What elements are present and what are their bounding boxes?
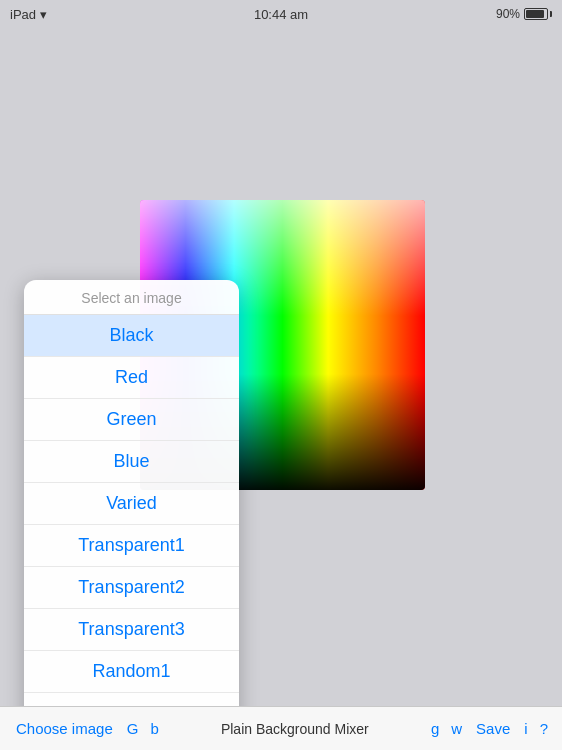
status-bar-right: 90% <box>496 7 552 21</box>
picker-item-varied[interactable]: Varied <box>24 483 239 525</box>
picker-item-transparent3[interactable]: Transparent3 <box>24 609 239 651</box>
picker-item-black[interactable]: Black <box>24 315 239 357</box>
help-button[interactable]: ? <box>534 714 554 743</box>
g2-button[interactable]: g <box>425 714 445 743</box>
picker-item-random1[interactable]: Random1 <box>24 651 239 693</box>
app-title: Plain Background Mixer <box>165 715 425 743</box>
battery-percent: 90% <box>496 7 520 21</box>
device-label: iPad <box>10 7 36 22</box>
picker-item-blue[interactable]: Blue <box>24 441 239 483</box>
save-button[interactable]: Save <box>468 714 518 743</box>
choose-image-button[interactable]: Choose image <box>8 714 121 743</box>
status-bar-left: iPad ▾ <box>10 7 47 22</box>
image-picker: Select an image Black Red Green Blue Var… <box>24 280 239 750</box>
g-button[interactable]: G <box>121 714 145 743</box>
info-button[interactable]: i <box>518 714 533 743</box>
toolbar: Choose image G b Plain Background Mixer … <box>0 706 562 750</box>
picker-item-transparent2[interactable]: Transparent2 <box>24 567 239 609</box>
picker-item-green[interactable]: Green <box>24 399 239 441</box>
battery-icon <box>524 8 552 20</box>
wifi-icon: ▾ <box>40 7 47 22</box>
w-button[interactable]: w <box>445 714 468 743</box>
picker-item-transparent1[interactable]: Transparent1 <box>24 525 239 567</box>
status-bar-time: 10:44 am <box>254 7 308 22</box>
picker-header: Select an image <box>24 280 239 315</box>
picker-item-red[interactable]: Red <box>24 357 239 399</box>
b-button[interactable]: b <box>144 714 164 743</box>
status-bar: iPad ▾ 10:44 am 90% <box>0 0 562 28</box>
